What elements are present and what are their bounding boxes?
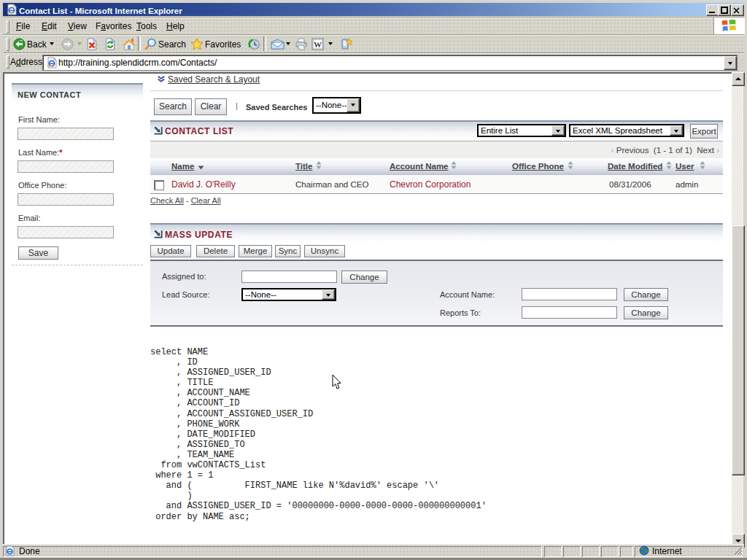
svg-text:W: W xyxy=(314,40,322,49)
